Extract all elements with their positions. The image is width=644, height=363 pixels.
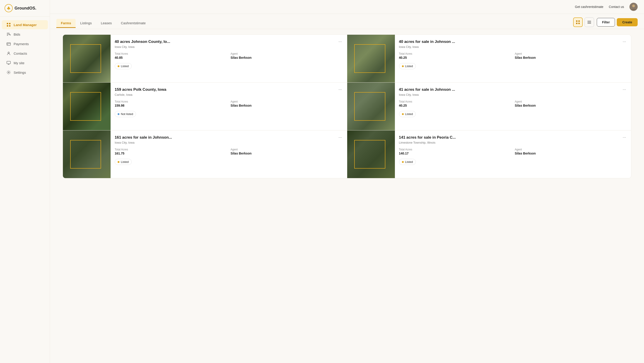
farm-location: Carlisle, Iowa xyxy=(115,93,343,96)
agent-label: Agent xyxy=(230,100,343,103)
status-badge: Listed xyxy=(399,111,416,117)
total-acres-label: Total Acres xyxy=(399,52,511,55)
agent-value: Silas Berkson xyxy=(515,56,627,59)
status-dot xyxy=(402,161,404,163)
create-button[interactable]: Create xyxy=(617,18,638,26)
farm-boundary-overlay xyxy=(354,92,385,121)
total-acres-value: 40.85 xyxy=(115,56,227,59)
total-acres-value: 140.17 xyxy=(399,152,511,155)
total-acres-value: 40.25 xyxy=(399,56,511,59)
farm-more-button[interactable]: ··· xyxy=(338,87,343,92)
svg-point-6 xyxy=(8,44,8,45)
farm-boundary-overlay xyxy=(354,140,385,169)
monitor-icon xyxy=(6,60,11,65)
farm-more-button[interactable]: ··· xyxy=(338,39,343,44)
farm-details: Total Acres159.98AgentSilas Berkson xyxy=(115,100,343,107)
svg-point-11 xyxy=(632,4,635,7)
sidebar-item-payments[interactable]: Payments xyxy=(2,39,48,48)
agent-value: Silas Berkson xyxy=(515,152,627,155)
farm-image xyxy=(347,83,395,130)
agent-value: Silas Berkson xyxy=(230,152,343,155)
svg-rect-8 xyxy=(7,61,10,64)
farm-boundary-overlay xyxy=(70,92,101,121)
farm-details: Total Acres161.75AgentSilas Berkson xyxy=(115,148,343,155)
sidebar-item-bids-label: Bids xyxy=(14,32,20,36)
farm-card[interactable]: 159 acres Polk County, Iowa···Carlisle, … xyxy=(63,83,347,130)
logo: GroundOS. xyxy=(0,0,50,16)
total-acres-value: 40.25 xyxy=(399,104,511,107)
farm-card[interactable]: 41 acres for sale in Johnson ...···Iowa … xyxy=(347,83,631,130)
total-acres-label: Total Acres xyxy=(115,148,227,151)
tab-cashrentstimate[interactable]: Cashrentstimate xyxy=(116,19,150,28)
farm-location: Iowa City, Iowa xyxy=(399,93,627,96)
total-acres-label: Total Acres xyxy=(115,100,227,103)
tab-listings[interactable]: Listings xyxy=(76,19,96,28)
list-view-toggle[interactable] xyxy=(584,17,594,27)
sidebar-item-settings[interactable]: Settings xyxy=(2,68,48,77)
agent-label: Agent xyxy=(515,100,627,103)
farms-grid: 40 acres Johnson County, Io...···Iowa Ci… xyxy=(63,34,631,178)
farm-info: 40 acres for sale in Johnson ...···Iowa … xyxy=(395,35,631,74)
status-badge: Listed xyxy=(115,63,132,69)
status-dot xyxy=(402,113,404,115)
sidebar-item-land-manager[interactable]: Land Manager xyxy=(2,20,48,29)
status-dot xyxy=(118,113,120,115)
svg-point-9 xyxy=(8,72,9,73)
filter-button[interactable]: Filter xyxy=(597,18,615,26)
status-badge-label: Listed xyxy=(405,160,413,164)
farm-details: Total Acres40.25AgentSilas Berkson xyxy=(399,100,627,107)
svg-rect-13 xyxy=(578,20,580,22)
farms-section: 40 acres Johnson County, Io...···Iowa Ci… xyxy=(50,29,644,191)
status-dot xyxy=(402,65,404,67)
agent-value: Silas Berkson xyxy=(230,104,343,107)
farm-card[interactable]: 40 acres for sale in Johnson ...···Iowa … xyxy=(347,35,631,82)
farm-location: Iowa City, Iowa xyxy=(115,45,343,48)
farm-more-button[interactable]: ··· xyxy=(622,87,627,92)
tab-leases[interactable]: Leases xyxy=(96,19,116,28)
farm-more-button[interactable]: ··· xyxy=(338,135,343,140)
cashrentstimate-link[interactable]: Get cashrentstimate xyxy=(575,5,603,9)
farm-details: Total Acres140.17AgentSilas Berkson xyxy=(399,148,627,155)
logo-icon xyxy=(4,4,13,12)
agent-value: Silas Berkson xyxy=(230,56,343,59)
total-acres-value: 161.75 xyxy=(115,152,227,155)
sidebar-nav: Land Manager Bids Payments xyxy=(0,16,50,363)
svg-rect-14 xyxy=(576,23,578,24)
farm-location: Iowa City, Iowa xyxy=(399,45,627,48)
sidebar-item-bids[interactable]: Bids xyxy=(2,30,48,39)
farm-title: 141 acres for sale in Peoria C... xyxy=(399,135,456,140)
status-badge-label: Listed xyxy=(405,112,413,116)
farm-location: Iowa City, Iowa xyxy=(115,141,343,144)
farm-card[interactable]: 40 acres Johnson County, Io...···Iowa Ci… xyxy=(63,35,347,82)
agent-label: Agent xyxy=(515,52,627,55)
avatar[interactable] xyxy=(630,3,638,11)
farm-card[interactable]: 161 acres for sale in Johnson...···Iowa … xyxy=(63,130,347,178)
topbar: Get cashrentstimate Contact us xyxy=(50,0,644,14)
farm-more-button[interactable]: ··· xyxy=(622,135,627,140)
grid-view-toggle[interactable] xyxy=(573,17,583,27)
sidebar-item-my-site[interactable]: My site xyxy=(2,58,48,67)
farm-title: 159 acres Polk County, Iowa xyxy=(115,87,166,92)
farm-more-button[interactable]: ··· xyxy=(622,39,627,44)
sidebar-item-payments-label: Payments xyxy=(14,42,29,46)
status-badge: Listed xyxy=(399,159,416,165)
contact-us-link[interactable]: Contact us xyxy=(609,5,624,9)
tab-farms[interactable]: Farms xyxy=(56,19,76,28)
farm-info: 40 acres Johnson County, Io...···Iowa Ci… xyxy=(110,35,347,74)
total-acres-label: Total Acres xyxy=(399,148,511,151)
grid-view-icon xyxy=(576,20,580,24)
farm-info: 141 acres for sale in Peoria C...···Lime… xyxy=(395,130,631,169)
svg-rect-5 xyxy=(7,43,10,45)
farm-image xyxy=(347,35,395,82)
content-area: Farms Listings Leases Cashrentstimate xyxy=(50,14,644,363)
svg-rect-15 xyxy=(578,23,580,24)
sidebar-item-contacts[interactable]: Contacts xyxy=(2,49,48,58)
farm-status: Listed xyxy=(399,159,627,165)
farm-image xyxy=(63,83,110,130)
farm-title: 40 acres for sale in Johnson ... xyxy=(399,39,455,44)
logo-text: GroundOS. xyxy=(14,6,36,11)
settings-icon xyxy=(6,70,11,75)
total-acres-label: Total Acres xyxy=(399,100,511,103)
farm-card[interactable]: 141 acres for sale in Peoria C...···Lime… xyxy=(347,130,631,178)
farm-title: 161 acres for sale in Johnson... xyxy=(115,135,172,140)
